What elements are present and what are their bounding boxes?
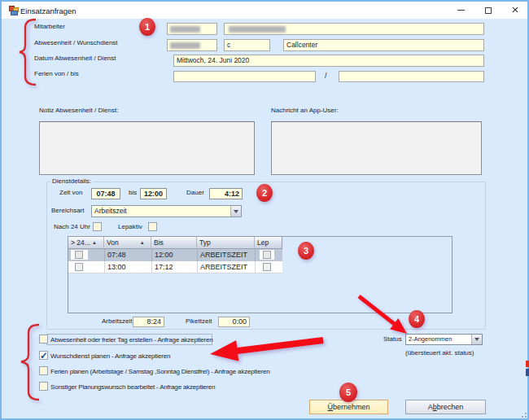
annotation-brace-bottom — [21, 325, 39, 400]
action-checkbox-2[interactable]: ✓ — [39, 351, 48, 360]
edge-artifact-red — [526, 361, 529, 367]
close-button[interactable]: ✕ — [503, 2, 527, 19]
title-bar: Einsatzanfragen ✕ — [2, 2, 527, 19]
ferien-von-field[interactable] — [173, 71, 316, 82]
grid-row1-lep-checkbox[interactable] — [263, 251, 271, 259]
zeit-von-field[interactable]: 07:48 — [91, 188, 120, 199]
abwesenheit-id-field[interactable] — [167, 39, 217, 51]
status-note: (übersteuert akt. status) — [405, 348, 474, 358]
nach24-label: Nach 24 Uhr — [54, 222, 90, 232]
grid-col-lep[interactable]: Lep — [255, 237, 282, 249]
annotation-circle-1: 1 — [139, 18, 155, 36]
chevron-down-icon — [474, 338, 479, 341]
uebernehmen-label: bernehmen — [333, 403, 370, 411]
mitarbeiter-label: Mitarbeiter — [34, 22, 65, 32]
abwesenheit-name-field[interactable]: Callcenter — [283, 39, 484, 51]
grid-row1-typ: ARBEITSZEIT — [197, 249, 255, 261]
grid-col-von[interactable]: Von▲ — [104, 237, 151, 249]
arbeitszeit-field[interactable]: 8:24 — [133, 317, 164, 327]
action-checkbox-3-label[interactable]: Ferien planen (Arbeitstage / Samstag ,So… — [50, 367, 270, 377]
bereichsart-label: Bereichsart — [51, 206, 84, 216]
sort-asc-icon: ▲ — [92, 240, 97, 245]
minimize-button[interactable] — [448, 2, 473, 19]
sort-asc-icon: ▲ — [140, 240, 145, 245]
grid-row2-lep-checkbox[interactable] — [263, 263, 271, 271]
grid-row2-typ: ARBEITSZEIT — [197, 261, 255, 273]
grid-row1-von: 07:48 — [104, 249, 151, 261]
window-title: Einsatzanfragen — [20, 7, 77, 15]
lepaktiv-label: Lepaktiv — [118, 222, 142, 232]
minimize-icon — [457, 10, 465, 11]
notiz-textarea[interactable] — [39, 121, 255, 175]
datum-field[interactable]: Mittwoch, 24. Juni 2020 — [173, 55, 484, 67]
mitarbeiter-id-field[interactable] — [167, 23, 217, 35]
einsatzanfragen-dialog: Einsatzanfragen ✕ Mitarbeiter Abwesenhei… — [0, 0, 529, 420]
datum-label: Datum Abwesenheit / Dienst — [34, 54, 116, 63]
annotation-circle-4: 4 — [409, 310, 425, 328]
abbrechen-button[interactable]: Abbrechen — [405, 400, 486, 414]
annotation-arrow-left — [210, 337, 324, 361]
nachricht-textarea[interactable] — [271, 121, 482, 175]
nachricht-label: Nachricht an App-User: — [271, 106, 339, 116]
mitarbeiter-name-field[interactable] — [224, 23, 484, 35]
bereichsart-value: Arbeitszeit — [94, 207, 127, 215]
edge-artifact-blue — [526, 369, 529, 376]
pikettzeit-field[interactable]: 0:00 — [218, 317, 250, 327]
dauer-label: Dauer — [186, 188, 204, 198]
bereichsart-dropdown-button[interactable] — [230, 206, 241, 217]
abwesenheit-code-field[interactable]: c — [224, 39, 270, 51]
dauer-field[interactable]: 4:12 — [209, 188, 243, 199]
lepaktiv-checkbox[interactable] — [148, 222, 157, 231]
status-dropdown-button[interactable] — [471, 335, 482, 344]
ferien-separator: / — [325, 71, 327, 81]
status-label: Status — [383, 335, 402, 344]
grid-col-nach24[interactable]: > 24...▲ — [68, 237, 104, 249]
action-checkbox-4-label[interactable]: Sonstiger Planungswunsch bearbeitet - An… — [50, 383, 215, 392]
action-checkbox-4[interactable] — [39, 382, 48, 391]
arbeitszeit-label: Arbeitszeit — [102, 317, 132, 326]
grid-row-2[interactable]: 13:00 17:12 ARBEITSZEIT — [68, 261, 282, 273]
grid-row-1[interactable]: 07:48 12:00 ARBEITSZEIT — [68, 249, 282, 261]
grid-row1-bis: 12:00 — [151, 249, 197, 261]
notiz-label: Notiz Abwesenheit / Dienst: — [39, 106, 118, 116]
nach24-checkbox[interactable] — [93, 222, 102, 231]
annotation-brace-top — [20, 20, 36, 85]
status-value: 2-Angenommen — [409, 335, 452, 343]
grid-row2-von: 13:00 — [104, 261, 151, 273]
bis-field[interactable]: 12:00 — [140, 188, 167, 199]
chevron-down-icon — [234, 210, 238, 213]
grid-row2-bis: 17:12 — [151, 261, 197, 273]
abbrechen-label: Abbrechen — [428, 403, 464, 411]
close-icon: ✕ — [511, 6, 519, 14]
annotation-circle-5: 5 — [339, 383, 357, 402]
annotation-circle-2: 2 — [256, 184, 273, 202]
ferien-label: Ferien von / bis — [34, 69, 79, 79]
dienst-grid: > 24...▲ Von▲ Bis Typ Lep 07:48 12:00 AR… — [68, 236, 452, 313]
status-combo[interactable]: 2-Angenommen — [405, 334, 483, 345]
resize-grip[interactable] — [518, 409, 527, 418]
maximize-icon — [485, 7, 492, 14]
grid-row2-nach24-checkbox[interactable] — [75, 263, 83, 271]
ferien-bis-field[interactable] — [339, 71, 484, 82]
dienstdetails-label: Dienstdetails: — [50, 177, 93, 186]
pikettzeit-label: Pikettzeit — [186, 317, 212, 326]
action-checkbox-3[interactable] — [39, 366, 48, 375]
app-icon — [9, 6, 19, 15]
abwesenheit-label: Abwesenheit / Wunschdienst — [34, 38, 118, 48]
maximize-button[interactable] — [476, 2, 501, 19]
bereichsart-combo[interactable]: Arbeitszeit — [91, 205, 242, 217]
bis-label: bis — [129, 188, 137, 198]
grid-row1-nach24-checkbox[interactable] — [75, 251, 83, 259]
grid-col-typ[interactable]: Typ — [197, 237, 255, 249]
zeit-von-label: Zeit von — [59, 188, 82, 198]
action-checkbox-1[interactable] — [39, 335, 48, 343]
action-checkbox-1-label[interactable]: Abwesenheit oder freier Tag erstellen - … — [50, 335, 213, 345]
grid-col-bis[interactable]: Bis — [151, 237, 197, 249]
action-checkbox-2-label[interactable]: Wunschdienst planen - Anfrage akzeptiere… — [50, 352, 170, 361]
annotation-circle-3: 3 — [298, 242, 314, 260]
